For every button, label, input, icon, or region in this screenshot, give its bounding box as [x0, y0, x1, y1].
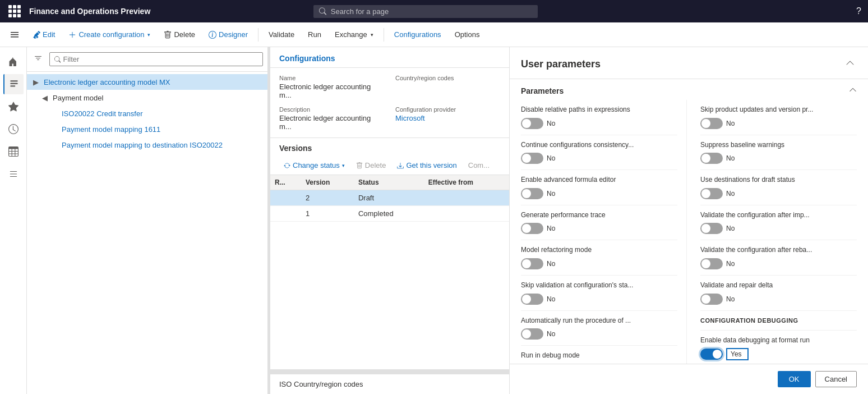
nav-toggle-button[interactable]: [4, 27, 25, 43]
country-field: Country/region codes: [395, 75, 500, 99]
param-control-suppress-baseline: No: [700, 153, 857, 164]
table-icon: [8, 146, 19, 157]
ok-button[interactable]: OK: [778, 371, 811, 387]
run-button[interactable]: Run: [302, 27, 327, 42]
toggle-auto-run[interactable]: [521, 328, 543, 340]
clock-icon: [8, 124, 19, 134]
sidebar-item-list[interactable]: [3, 164, 24, 184]
param-label-use-destinations-draft: Use destinations for draft status: [700, 176, 857, 185]
toggle-label-validate-after-reba: No: [726, 260, 735, 268]
sidebar-item-clock[interactable]: [3, 119, 24, 139]
country-label: Country/region codes: [395, 75, 500, 81]
toggle-model-refactoring[interactable]: [521, 258, 543, 269]
get-version-button[interactable]: Get this version: [393, 158, 461, 172]
tree-item-pm[interactable]: ◀ Payment model: [27, 90, 267, 106]
panel-close-button[interactable]: [843, 56, 857, 72]
table-row[interactable]: 1 Completed: [270, 206, 509, 222]
param-control-use-destinations-draft: No: [700, 188, 857, 199]
row1-status: Draft: [354, 190, 424, 206]
param-control-validate-after-reba: No: [700, 258, 857, 269]
create-config-button[interactable]: Create configuration ▾: [63, 27, 156, 42]
config-debugging-label: CONFIGURATION DEBUGGING: [700, 317, 857, 324]
param-control-advanced-formula: No: [521, 188, 677, 199]
toggle-enable-data-debugging[interactable]: [700, 349, 723, 360]
options-button[interactable]: Options: [449, 27, 486, 42]
waffle-menu[interactable]: [7, 3, 22, 19]
param-label-generate-performance: Generate performance trace: [521, 211, 677, 220]
toggle-advanced-formula[interactable]: [521, 188, 543, 199]
configurations-label: Configurations: [394, 30, 441, 39]
filter-icon[interactable]: [31, 52, 45, 67]
edit-button[interactable]: Edit: [27, 27, 61, 42]
content-panel: Configurations Name Electronic ledger ac…: [270, 47, 509, 394]
delete-button[interactable]: Delete: [158, 27, 201, 42]
param-control-skip-validation: No: [521, 294, 677, 305]
tree-item-elam[interactable]: ▶ Electronic ledger accounting model MX: [27, 74, 267, 90]
toggle-validate-after-reba[interactable]: [700, 258, 723, 269]
sidebar-item-favorites[interactable]: [3, 97, 24, 117]
expand-icon-elam: ▶: [31, 77, 40, 86]
params-col-right: Skip product updates and version pr... N…: [698, 100, 857, 364]
waffle-icon: [8, 5, 21, 17]
toggle-skip-product-updates[interactable]: [700, 118, 723, 129]
configurations-button[interactable]: Configurations: [389, 27, 447, 42]
params-two-col: Disable relative paths in expressions No…: [521, 100, 857, 364]
plus-icon: [68, 31, 76, 39]
validate-button[interactable]: Validate: [263, 27, 300, 42]
tree-panel: ▶ Electronic ledger accounting model MX …: [27, 47, 268, 394]
param-model-refactoring: Model refactoring mode No: [521, 240, 677, 276]
designer-button[interactable]: Designer: [203, 27, 253, 42]
toggle-disable-relative-paths[interactable]: [521, 118, 543, 129]
refresh-icon: [284, 162, 290, 169]
sidebar-item-home[interactable]: [3, 52, 24, 72]
param-label-auto-run: Automatically run the procedure of ...: [521, 317, 677, 326]
param-label-continue-config: Continue configurations consistency...: [521, 141, 677, 150]
tree-item-pmm2[interactable]: Payment model mapping to destination ISO…: [27, 137, 267, 153]
filter-input[interactable]: [63, 55, 258, 63]
help-icon[interactable]: ?: [856, 6, 861, 16]
params-collapse-button[interactable]: [849, 86, 857, 95]
toggle-use-destinations-draft[interactable]: [700, 188, 723, 199]
horizontal-scrollbar[interactable]: [270, 369, 509, 374]
config-provider-field: Configuration provider Microsoft: [395, 106, 500, 131]
versions-delete-button[interactable]: Delete: [352, 158, 391, 172]
change-status-label: Change status: [293, 161, 340, 169]
toggle-label-skip-validation: No: [547, 295, 555, 303]
panel-body: Parameters Disable relative paths in exp…: [510, 79, 868, 364]
toggle-suppress-baseline[interactable]: [700, 153, 723, 164]
toggle-continue-config[interactable]: [521, 153, 543, 164]
search-bar[interactable]: [313, 5, 538, 18]
toggle-validate-after-imp[interactable]: [700, 223, 723, 234]
sidebar-item-table[interactable]: [3, 141, 24, 162]
table-row[interactable]: 2 Draft: [270, 190, 509, 206]
param-auto-run: Automatically run the procedure of ... N…: [521, 311, 677, 346]
tree-item-iso1[interactable]: ISO20022 Credit transfer: [27, 106, 267, 121]
completed-button[interactable]: Com...: [464, 158, 494, 172]
toggle-input-enable-data-debugging[interactable]: Yes: [726, 348, 749, 360]
cancel-button[interactable]: Cancel: [815, 371, 857, 387]
create-config-label: Create configuration: [79, 30, 144, 39]
tree-item-pmm[interactable]: Payment model mapping 1611: [27, 121, 267, 137]
toggle-label-validate-repair-delta: No: [726, 295, 735, 303]
tree-filter-bar: [27, 47, 267, 72]
toggle-validate-repair-delta[interactable]: [700, 294, 723, 305]
col-status: Status: [354, 175, 424, 190]
top-nav: Finance and Operations Preview ?: [0, 0, 868, 22]
versions-delete-label: Delete: [365, 161, 386, 169]
filter-input-wrap[interactable]: [49, 52, 263, 66]
create-config-chevron: ▾: [147, 32, 150, 38]
run-label: Run: [308, 30, 321, 39]
exchange-button[interactable]: Exchange ▾: [329, 27, 379, 42]
description-label: Description: [279, 106, 384, 113]
versions-table: R... Version Status Effective from 2 Dra…: [270, 175, 509, 369]
param-control-validate-repair-delta: No: [700, 294, 857, 305]
col-version: Version: [301, 175, 354, 190]
app-title: Finance and Operations Preview: [29, 7, 150, 16]
toggle-skip-validation[interactable]: [521, 294, 543, 305]
sidebar-item-recent[interactable]: [3, 74, 24, 94]
change-status-button[interactable]: Change status ▾: [279, 158, 349, 172]
toggle-generate-performance[interactable]: [521, 223, 543, 234]
param-label-skip-validation: Skip validation at configuration's sta..…: [521, 281, 677, 290]
search-input[interactable]: [331, 7, 532, 16]
configurations-section-title: Configurations: [270, 47, 509, 68]
